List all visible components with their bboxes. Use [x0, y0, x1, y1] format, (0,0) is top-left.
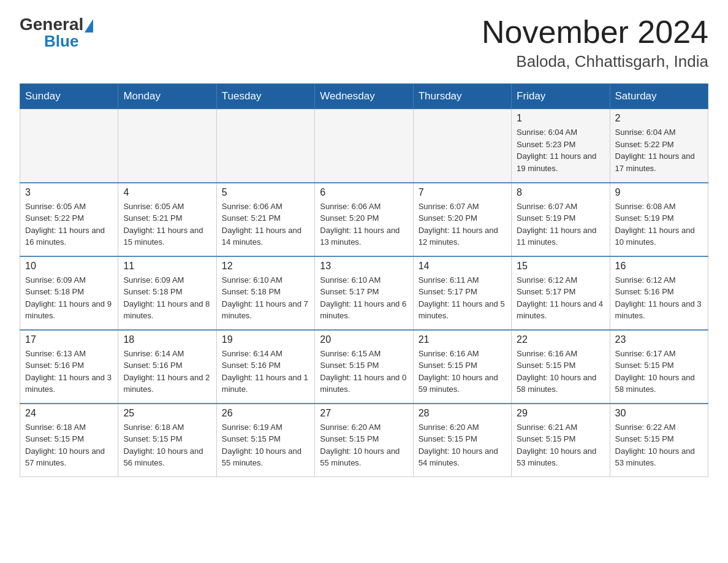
- day-number: 4: [123, 187, 211, 198]
- header-saturday: Saturday: [610, 84, 708, 109]
- day-number: 21: [419, 334, 506, 345]
- day-cell: [413, 109, 511, 183]
- day-cell: 5Sunrise: 6:06 AM Sunset: 5:21 PM Daylig…: [216, 183, 314, 256]
- day-cell: 13Sunrise: 6:10 AM Sunset: 5:17 PM Dayli…: [315, 256, 413, 330]
- day-cell: 11Sunrise: 6:09 AM Sunset: 5:18 PM Dayli…: [118, 256, 216, 330]
- day-number: 13: [320, 261, 408, 272]
- day-cell: 1Sunrise: 6:04 AM Sunset: 5:23 PM Daylig…: [512, 109, 610, 183]
- weekday-header-row: Sunday Monday Tuesday Wednesday Thursday…: [20, 84, 708, 109]
- day-info: Sunrise: 6:04 AM Sunset: 5:22 PM Dayligh…: [615, 126, 703, 174]
- day-cell: 15Sunrise: 6:12 AM Sunset: 5:17 PM Dayli…: [512, 256, 610, 330]
- day-cell: 23Sunrise: 6:17 AM Sunset: 5:15 PM Dayli…: [610, 330, 708, 404]
- day-number: 7: [419, 187, 506, 198]
- header-tuesday: Tuesday: [216, 84, 314, 109]
- day-cell: 16Sunrise: 6:12 AM Sunset: 5:16 PM Dayli…: [610, 256, 708, 330]
- day-cell: 26Sunrise: 6:19 AM Sunset: 5:15 PM Dayli…: [216, 404, 314, 477]
- day-info: Sunrise: 6:09 AM Sunset: 5:18 PM Dayligh…: [123, 274, 211, 322]
- day-number: 15: [517, 261, 604, 272]
- day-cell: [20, 109, 118, 183]
- day-number: 25: [123, 408, 211, 419]
- day-cell: 6Sunrise: 6:06 AM Sunset: 5:20 PM Daylig…: [315, 183, 413, 256]
- day-number: 5: [222, 187, 309, 198]
- day-number: 18: [123, 334, 211, 345]
- day-info: Sunrise: 6:20 AM Sunset: 5:15 PM Dayligh…: [320, 421, 408, 469]
- day-info: Sunrise: 6:19 AM Sunset: 5:15 PM Dayligh…: [222, 421, 309, 469]
- day-number: 23: [615, 334, 703, 345]
- day-cell: 8Sunrise: 6:07 AM Sunset: 5:19 PM Daylig…: [512, 183, 610, 256]
- day-cell: 20Sunrise: 6:15 AM Sunset: 5:15 PM Dayli…: [315, 330, 413, 404]
- day-info: Sunrise: 6:06 AM Sunset: 5:21 PM Dayligh…: [222, 201, 309, 248]
- day-info: Sunrise: 6:10 AM Sunset: 5:17 PM Dayligh…: [320, 274, 408, 322]
- day-cell: 18Sunrise: 6:14 AM Sunset: 5:16 PM Dayli…: [118, 330, 216, 404]
- header-monday: Monday: [118, 84, 216, 109]
- day-cell: 9Sunrise: 6:08 AM Sunset: 5:19 PM Daylig…: [610, 183, 708, 256]
- day-info: Sunrise: 6:15 AM Sunset: 5:15 PM Dayligh…: [320, 348, 408, 396]
- header-thursday: Thursday: [413, 84, 511, 109]
- day-number: 20: [320, 334, 408, 345]
- day-number: 11: [123, 261, 211, 272]
- header-sunday: Sunday: [20, 84, 118, 109]
- week-row-4: 17Sunrise: 6:13 AM Sunset: 5:16 PM Dayli…: [20, 330, 708, 404]
- day-info: Sunrise: 6:07 AM Sunset: 5:20 PM Dayligh…: [419, 201, 506, 248]
- day-info: Sunrise: 6:22 AM Sunset: 5:15 PM Dayligh…: [615, 421, 703, 469]
- day-cell: [315, 109, 413, 183]
- logo-blue-text: Blue: [44, 32, 78, 51]
- day-cell: 2Sunrise: 6:04 AM Sunset: 5:22 PM Daylig…: [610, 109, 708, 183]
- day-cell: 21Sunrise: 6:16 AM Sunset: 5:15 PM Dayli…: [413, 330, 511, 404]
- month-title: November 2024: [482, 15, 708, 50]
- day-cell: 30Sunrise: 6:22 AM Sunset: 5:15 PM Dayli…: [610, 404, 708, 477]
- day-cell: 17Sunrise: 6:13 AM Sunset: 5:16 PM Dayli…: [20, 330, 118, 404]
- day-info: Sunrise: 6:13 AM Sunset: 5:16 PM Dayligh…: [25, 348, 113, 396]
- day-info: Sunrise: 6:05 AM Sunset: 5:22 PM Dayligh…: [25, 201, 113, 248]
- day-cell: 28Sunrise: 6:20 AM Sunset: 5:15 PM Dayli…: [413, 404, 511, 477]
- week-row-1: 1Sunrise: 6:04 AM Sunset: 5:23 PM Daylig…: [20, 109, 708, 183]
- day-number: 30: [615, 408, 703, 419]
- day-info: Sunrise: 6:07 AM Sunset: 5:19 PM Dayligh…: [517, 201, 604, 248]
- day-number: 10: [25, 261, 113, 272]
- day-number: 3: [25, 187, 113, 198]
- day-info: Sunrise: 6:11 AM Sunset: 5:17 PM Dayligh…: [419, 274, 506, 322]
- day-info: Sunrise: 6:16 AM Sunset: 5:15 PM Dayligh…: [419, 348, 506, 396]
- page-header: General Blue November 2024 Baloda, Chhat…: [20, 15, 708, 71]
- day-cell: 14Sunrise: 6:11 AM Sunset: 5:17 PM Dayli…: [413, 256, 511, 330]
- day-info: Sunrise: 6:09 AM Sunset: 5:18 PM Dayligh…: [25, 274, 113, 322]
- day-cell: 7Sunrise: 6:07 AM Sunset: 5:20 PM Daylig…: [413, 183, 511, 256]
- day-info: Sunrise: 6:04 AM Sunset: 5:23 PM Dayligh…: [517, 126, 604, 174]
- day-cell: [216, 109, 314, 183]
- day-info: Sunrise: 6:12 AM Sunset: 5:17 PM Dayligh…: [517, 274, 604, 322]
- day-info: Sunrise: 6:21 AM Sunset: 5:15 PM Dayligh…: [517, 421, 604, 469]
- location-title: Baloda, Chhattisgarh, India: [482, 52, 708, 71]
- day-number: 8: [517, 187, 604, 198]
- day-cell: 10Sunrise: 6:09 AM Sunset: 5:18 PM Dayli…: [20, 256, 118, 330]
- day-info: Sunrise: 6:17 AM Sunset: 5:15 PM Dayligh…: [615, 348, 703, 396]
- week-row-3: 10Sunrise: 6:09 AM Sunset: 5:18 PM Dayli…: [20, 256, 708, 330]
- day-cell: 24Sunrise: 6:18 AM Sunset: 5:15 PM Dayli…: [20, 404, 118, 477]
- logo: General Blue: [20, 15, 94, 51]
- day-number: 12: [222, 261, 309, 272]
- day-number: 19: [222, 334, 309, 345]
- header-wednesday: Wednesday: [315, 84, 413, 109]
- day-cell: 22Sunrise: 6:16 AM Sunset: 5:15 PM Dayli…: [512, 330, 610, 404]
- day-info: Sunrise: 6:06 AM Sunset: 5:20 PM Dayligh…: [320, 201, 408, 248]
- day-info: Sunrise: 6:14 AM Sunset: 5:16 PM Dayligh…: [222, 348, 309, 396]
- calendar-table: Sunday Monday Tuesday Wednesday Thursday…: [20, 83, 708, 477]
- day-info: Sunrise: 6:16 AM Sunset: 5:15 PM Dayligh…: [517, 348, 604, 396]
- day-info: Sunrise: 6:10 AM Sunset: 5:18 PM Dayligh…: [222, 274, 309, 322]
- day-number: 6: [320, 187, 408, 198]
- day-number: 24: [25, 408, 113, 419]
- day-number: 14: [419, 261, 506, 272]
- day-number: 1: [517, 113, 604, 124]
- day-cell: 3Sunrise: 6:05 AM Sunset: 5:22 PM Daylig…: [20, 183, 118, 256]
- day-cell: 12Sunrise: 6:10 AM Sunset: 5:18 PM Dayli…: [216, 256, 314, 330]
- day-number: 9: [615, 187, 703, 198]
- day-number: 26: [222, 408, 309, 419]
- day-info: Sunrise: 6:14 AM Sunset: 5:16 PM Dayligh…: [123, 348, 211, 396]
- day-number: 22: [517, 334, 604, 345]
- day-info: Sunrise: 6:12 AM Sunset: 5:16 PM Dayligh…: [615, 274, 703, 322]
- title-area: November 2024 Baloda, Chhattisgarh, Indi…: [482, 15, 708, 71]
- logo-triangle-icon: [85, 19, 93, 33]
- day-cell: 29Sunrise: 6:21 AM Sunset: 5:15 PM Dayli…: [512, 404, 610, 477]
- day-number: 28: [419, 408, 506, 419]
- day-info: Sunrise: 6:20 AM Sunset: 5:15 PM Dayligh…: [419, 421, 506, 469]
- day-cell: 27Sunrise: 6:20 AM Sunset: 5:15 PM Dayli…: [315, 404, 413, 477]
